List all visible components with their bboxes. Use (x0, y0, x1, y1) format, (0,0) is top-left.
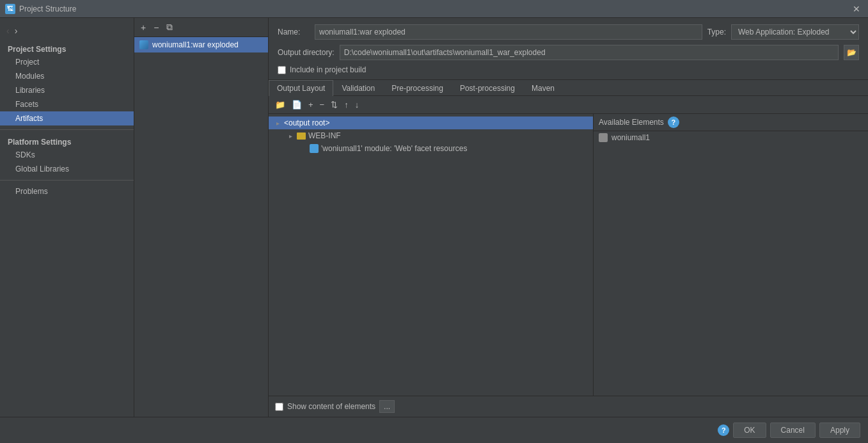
output-dir-label: Output directory: (278, 48, 335, 57)
layout-main: ▸ <output root> ▸ WEB-INF 'woniumall1' m… (269, 114, 868, 396)
window-title: Project Structure (19, 4, 76, 13)
tabs-row: Output Layout Validation Pre-processing … (269, 80, 868, 96)
sidebar-item-facets[interactable]: Facets (0, 97, 134, 111)
tab-maven[interactable]: Maven (523, 80, 563, 96)
sidebar-item-global-libraries[interactable]: Global Libraries (0, 162, 134, 176)
remove-artifact-button[interactable]: − (151, 21, 161, 34)
sidebar-item-project[interactable]: Project (0, 55, 134, 69)
available-panel: Available Elements ? woniumall1 (593, 114, 868, 396)
tree-item-web-inf[interactable]: ▸ WEB-INF (269, 129, 593, 142)
tab-validation[interactable]: Validation (333, 80, 383, 96)
cancel-button[interactable]: Cancel (770, 423, 816, 438)
show-content-row: Show content of elements (275, 402, 375, 411)
tree-item-web-inf-label: WEB-INF (308, 131, 341, 140)
sidebar-item-sdks[interactable]: SDKs (0, 148, 134, 162)
expand-icon: ▸ (274, 120, 281, 127)
back-button[interactable]: ‹ (5, 26, 11, 36)
tree-item-facet-label: 'woniumall1' module: 'Web' facet resourc… (321, 144, 467, 153)
sidebar-nav: ‹ › (0, 23, 134, 38)
tab-pre-processing[interactable]: Pre-processing (383, 80, 452, 96)
help-button[interactable]: ? (718, 424, 729, 436)
right-panel: Name: Type: Web Application: Exploded Ou… (269, 18, 868, 417)
project-settings-label: Project Settings (0, 41, 134, 55)
sidebar-divider-2 (0, 180, 134, 181)
tree-item-output-root[interactable]: ▸ <output root> (269, 117, 593, 129)
sidebar: ‹ › Project Settings Project Modules Lib… (0, 18, 134, 417)
available-help-icon[interactable]: ? (668, 117, 679, 128)
forward-button[interactable]: › (13, 26, 19, 36)
type-select[interactable]: Web Application: Exploded (731, 24, 859, 40)
tab-post-processing[interactable]: Post-processing (452, 80, 523, 96)
available-elements-label: Available Elements (599, 118, 664, 127)
dots-button[interactable]: ... (379, 400, 395, 413)
show-content-label: Show content of elements (287, 402, 375, 411)
layout-tree: ▸ <output root> ▸ WEB-INF 'woniumall1' m… (269, 114, 593, 396)
available-list: woniumall1 (594, 131, 868, 396)
move-up-button[interactable]: ↑ (342, 99, 351, 111)
sidebar-item-problems[interactable]: Problems (0, 184, 134, 198)
layout-toolbar: 📁 📄 + − ⇅ ↑ ↓ (269, 96, 868, 114)
sort-button[interactable]: ⇅ (328, 99, 340, 111)
folder-icon (297, 133, 306, 140)
name-input[interactable] (315, 24, 702, 40)
add-folder-button[interactable]: 📁 (272, 99, 288, 111)
artifact-toolbar: + − ⧉ (134, 18, 268, 37)
add-file-button[interactable]: 📄 (289, 99, 304, 111)
ok-button[interactable]: OK (733, 423, 766, 438)
title-bar: 🏗 Project Structure ✕ (0, 0, 868, 18)
layout-area: 📁 📄 + − ⇅ ↑ ↓ ▸ <output root> (269, 96, 868, 396)
artifact-form: Name: Type: Web Application: Exploded Ou… (269, 18, 868, 80)
remove-element-button[interactable]: − (317, 99, 327, 111)
artifact-icon (139, 40, 148, 49)
expand-icon-web-inf: ▸ (287, 133, 294, 140)
sidebar-item-modules[interactable]: Modules (0, 69, 134, 83)
browse-button[interactable]: 📂 (844, 45, 859, 60)
artifact-list-item-label: woniumall1:war exploded (152, 40, 239, 49)
artifact-panel: + − ⧉ woniumall1:war exploded (134, 18, 269, 417)
apply-button[interactable]: Apply (819, 423, 860, 438)
artifact-list-item[interactable]: woniumall1:war exploded (134, 37, 268, 52)
tab-output-layout[interactable]: Output Layout (269, 80, 333, 96)
name-label: Name: (278, 28, 310, 36)
include-in-build-label: Include in project build (290, 65, 366, 74)
web-facet-icon (310, 144, 319, 153)
type-label: Type: (707, 28, 726, 36)
sidebar-divider (0, 129, 134, 130)
move-down-button[interactable]: ↓ (352, 99, 362, 111)
sidebar-item-artifacts[interactable]: Artifacts (0, 111, 134, 125)
bottom-bar: Show content of elements ... (269, 396, 868, 417)
footer: ? OK Cancel Apply (0, 417, 868, 443)
available-item-label: woniumall1 (612, 133, 650, 142)
platform-settings-label: Platform Settings (0, 134, 134, 148)
close-button[interactable]: ✕ (850, 4, 863, 14)
include-in-build-checkbox[interactable] (278, 66, 286, 74)
output-dir-input[interactable] (340, 45, 839, 60)
add-artifact-button[interactable]: + (138, 21, 148, 34)
available-item-woniumall1[interactable]: woniumall1 (594, 131, 868, 144)
artifact-list: woniumall1:war exploded (134, 37, 268, 417)
copy-artifact-button[interactable]: ⧉ (164, 20, 175, 34)
app-icon: 🏗 (5, 4, 15, 14)
tree-item-output-root-label: <output root> (284, 118, 329, 127)
add-element-button[interactable]: + (306, 99, 316, 111)
module-icon (599, 133, 608, 142)
available-elements-header: Available Elements ? (594, 114, 868, 131)
tree-item-facet-resources[interactable]: 'woniumall1' module: 'Web' facet resourc… (269, 142, 593, 155)
show-content-checkbox[interactable] (275, 403, 283, 411)
sidebar-item-libraries[interactable]: Libraries (0, 83, 134, 97)
